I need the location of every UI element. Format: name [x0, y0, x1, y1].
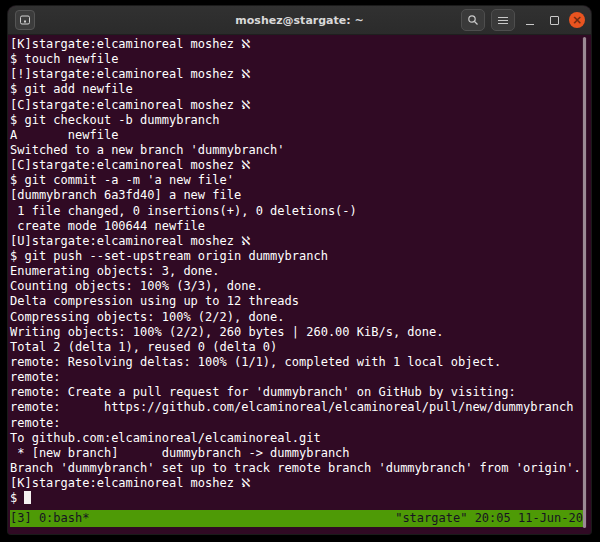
tmux-status-bar: [3] 0:bash* "stargate" 20:05 11-Jun-20: [10, 510, 583, 527]
terminal-app-icon: [19, 14, 31, 26]
menu-button[interactable]: [491, 9, 515, 31]
close-button[interactable]: ×: [569, 12, 585, 28]
app-icon[interactable]: [15, 10, 35, 30]
terminal-line: To github.com:elcaminoreal/elcaminoreal.…: [10, 431, 591, 446]
terminal-window: moshez@stargate: ~ × [K]stargate:e: [8, 6, 591, 534]
minimize-button[interactable]: [521, 11, 539, 29]
titlebar-controls: ×: [461, 6, 585, 34]
search-icon: [467, 14, 479, 26]
terminal-line: remote: Create a pull request for 'dummy…: [10, 385, 591, 400]
terminal-line: 1 file changed, 0 insertions(+), 0 delet…: [10, 204, 591, 219]
minimize-icon: [526, 24, 534, 25]
close-icon: ×: [572, 14, 582, 26]
scrollbar-thumb[interactable]: [583, 37, 586, 528]
terminal-line: [U]stargate:elcaminoreal moshez ℵ: [10, 234, 591, 249]
terminal-line: [C]stargate:elcaminoreal moshez ℵ: [10, 158, 591, 173]
terminal-line: $ git commit -a -m 'a new file': [10, 173, 591, 188]
terminal-line: remote: https://github.com/elcaminoreal/…: [10, 400, 591, 415]
terminal-line: Counting objects: 100% (3/3), done.: [10, 279, 591, 294]
maximize-icon: [550, 16, 559, 25]
terminal-prompt-line: $: [10, 491, 591, 506]
shell-prompt: $: [10, 491, 24, 505]
scrollbar[interactable]: [582, 37, 587, 528]
status-spacer: [89, 510, 395, 527]
terminal-line: create mode 100644 newfile: [10, 219, 591, 234]
terminal-line: $ git push --set-upstream origin dummybr…: [10, 249, 591, 264]
terminal-line: [C]stargate:elcaminoreal moshez ℵ: [10, 98, 591, 113]
terminal-line: Total 2 (delta 1), reused 0 (delta 0): [10, 340, 591, 355]
terminal-line: Branch 'dummybranch' set up to track rem…: [10, 461, 591, 476]
terminal-line: [K]stargate:elcaminoreal moshez ℵ: [10, 476, 591, 491]
terminal-line: $ touch newfile: [10, 52, 591, 67]
hamburger-icon: [498, 17, 508, 24]
terminal-line: $ git checkout -b dummybranch: [10, 113, 591, 128]
tmux-host-clock: "stargate" 20:05 11-Jun-20: [395, 510, 583, 527]
terminal-line: * [new branch] dummybranch -> dummybranc…: [10, 446, 591, 461]
tmux-window-list[interactable]: [3] 0:bash*: [10, 510, 89, 527]
maximize-button[interactable]: [545, 11, 563, 29]
terminal-line: A newfile: [10, 128, 591, 143]
terminal-output: [K]stargate:elcaminoreal moshez ℵ$ touch…: [10, 37, 591, 491]
terminal-line: $ git add newfile: [10, 82, 591, 97]
terminal-line: [!]stargate:elcaminoreal moshez ℵ: [10, 67, 591, 82]
terminal-line: Switched to a new branch 'dummybranch': [10, 143, 591, 158]
terminal-line: Compressing objects: 100% (2/2), done.: [10, 310, 591, 325]
terminal-line: Writing objects: 100% (2/2), 260 bytes |…: [10, 325, 591, 340]
terminal-line: [K]stargate:elcaminoreal moshez ℵ: [10, 37, 591, 52]
titlebar[interactable]: moshez@stargate: ~ ×: [8, 6, 591, 35]
terminal-line: remote: Resolving deltas: 100% (1/1), co…: [10, 355, 591, 370]
terminal-line: Delta compression using up to 12 threads: [10, 294, 591, 309]
search-button[interactable]: [461, 9, 485, 31]
text-cursor: [24, 491, 31, 504]
terminal-line: remote:: [10, 370, 591, 385]
terminal-line: [dummybranch 6a3fd40] a new file: [10, 188, 591, 203]
terminal-line: Enumerating objects: 3, done.: [10, 264, 591, 279]
terminal-screen[interactable]: [K]stargate:elcaminoreal moshez ℵ$ touch…: [8, 35, 591, 534]
terminal-line: remote:: [10, 416, 591, 431]
